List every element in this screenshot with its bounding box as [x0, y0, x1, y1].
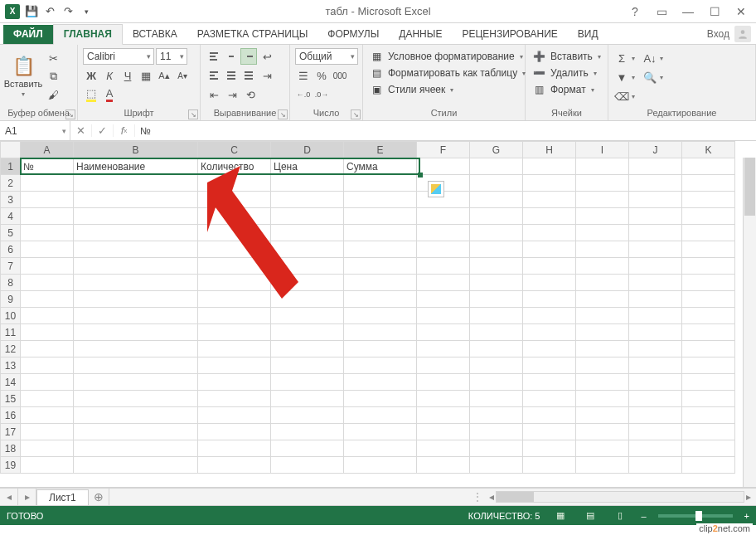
cell[interactable]	[21, 258, 74, 275]
cell[interactable]	[523, 291, 576, 308]
align-center[interactable]	[223, 67, 240, 84]
row-header-1[interactable]: 1	[1, 158, 21, 175]
col-header-F[interactable]: F	[417, 142, 470, 158]
cell[interactable]	[417, 457, 470, 474]
cell[interactable]	[470, 341, 523, 357]
view-page-layout-icon[interactable]: ▤	[581, 508, 599, 523]
cell[interactable]	[470, 308, 523, 324]
cell[interactable]	[271, 357, 344, 374]
paste-button[interactable]: 📋 Вставить ▾	[5, 48, 41, 105]
cell[interactable]	[523, 324, 576, 341]
cell[interactable]	[417, 258, 470, 275]
percent-format-icon[interactable]: %	[313, 67, 330, 84]
cell[interactable]	[198, 175, 271, 192]
cell[interactable]	[682, 407, 735, 424]
cell[interactable]	[198, 457, 271, 474]
cell[interactable]	[629, 291, 682, 308]
tab-page-layout[interactable]: РАЗМЕТКА СТРАНИЦЫ	[187, 25, 318, 44]
increase-decimal-icon[interactable]: ←.0	[295, 86, 312, 103]
cell[interactable]	[629, 357, 682, 374]
cell[interactable]	[523, 158, 576, 175]
format-painter-icon[interactable]: 🖌	[45, 86, 61, 103]
sheet-nav-prev[interactable]: ▸	[18, 489, 36, 505]
cell[interactable]	[470, 457, 523, 474]
cell[interactable]	[417, 324, 470, 341]
cell[interactable]	[523, 192, 576, 208]
cell[interactable]	[576, 275, 629, 291]
align-top-center[interactable]	[223, 48, 240, 65]
row-header-16[interactable]: 16	[1, 407, 21, 424]
tab-home[interactable]: ГЛАВНАЯ	[53, 24, 123, 45]
cell[interactable]	[682, 158, 735, 175]
cell[interactable]	[523, 241, 576, 258]
cell[interactable]	[74, 374, 198, 391]
number-dialog-launcher[interactable]: ↘	[351, 109, 361, 119]
cell[interactable]	[344, 192, 417, 208]
cell[interactable]	[74, 291, 198, 308]
cell[interactable]	[682, 457, 735, 474]
cell[interactable]	[470, 175, 523, 192]
decrease-indent-icon[interactable]: ⇤	[206, 86, 222, 103]
cell[interactable]	[198, 192, 271, 208]
cell[interactable]	[271, 440, 344, 457]
cell[interactable]	[344, 440, 417, 457]
col-header-G[interactable]: G	[470, 142, 523, 158]
cell[interactable]	[21, 291, 74, 308]
cell[interactable]	[198, 440, 271, 457]
row-header-3[interactable]: 3	[1, 192, 21, 208]
row-header-18[interactable]: 18	[1, 440, 21, 457]
cell[interactable]	[271, 424, 344, 440]
align-top-left[interactable]	[206, 48, 222, 65]
cell[interactable]	[576, 324, 629, 341]
cell[interactable]	[629, 407, 682, 424]
number-format-combo[interactable]: Общий	[295, 48, 358, 65]
cell[interactable]	[682, 308, 735, 324]
comma-format-icon[interactable]: 000	[332, 67, 348, 84]
sort-filter-icon[interactable]: A↓	[642, 50, 658, 66]
cancel-formula-icon[interactable]: ✕	[70, 124, 92, 137]
border-icon[interactable]: ▦	[138, 67, 154, 84]
add-sheet-button[interactable]: ⊕	[89, 489, 109, 505]
cell[interactable]	[74, 391, 198, 407]
cell[interactable]	[682, 258, 735, 275]
row-header-17[interactable]: 17	[1, 424, 21, 440]
view-page-break-icon[interactable]: ▯	[611, 508, 629, 523]
cell[interactable]	[629, 374, 682, 391]
cell[interactable]	[74, 457, 198, 474]
cell[interactable]	[21, 324, 74, 341]
font-size-combo[interactable]: 11	[156, 48, 187, 65]
fx-icon[interactable]: fx	[114, 124, 135, 137]
cell[interactable]	[271, 407, 344, 424]
cell[interactable]	[74, 324, 198, 341]
cell[interactable]	[198, 374, 271, 391]
cell[interactable]	[21, 424, 74, 440]
cell[interactable]	[21, 341, 74, 357]
vertical-scrollbar[interactable]	[743, 158, 756, 487]
cell[interactable]	[344, 275, 417, 291]
cell[interactable]: Цена	[271, 158, 344, 175]
zoom-out-icon[interactable]: –	[641, 511, 646, 521]
cell[interactable]	[74, 440, 198, 457]
cell[interactable]: №	[21, 158, 74, 175]
cell[interactable]	[74, 175, 198, 192]
cell[interactable]	[576, 440, 629, 457]
merge-center-icon[interactable]: ⇥	[259, 67, 275, 84]
cell[interactable]	[417, 424, 470, 440]
cell[interactable]	[470, 291, 523, 308]
cell[interactable]	[271, 275, 344, 291]
cell[interactable]	[470, 158, 523, 175]
fill-icon[interactable]: ▼	[613, 69, 630, 85]
cell[interactable]	[523, 407, 576, 424]
save-icon[interactable]: 💾	[25, 5, 38, 18]
bold-button[interactable]: Ж	[83, 67, 99, 84]
sign-in-button[interactable]: Вход	[707, 26, 751, 42]
cell[interactable]	[417, 341, 470, 357]
row-header-8[interactable]: 8	[1, 275, 21, 291]
cell[interactable]	[629, 424, 682, 440]
alignment-dialog-launcher[interactable]: ↘	[278, 109, 288, 119]
cell[interactable]	[576, 258, 629, 275]
row-header-4[interactable]: 4	[1, 208, 21, 225]
autosum-icon[interactable]: Σ	[613, 50, 630, 66]
cell[interactable]	[523, 225, 576, 241]
cell[interactable]	[629, 258, 682, 275]
